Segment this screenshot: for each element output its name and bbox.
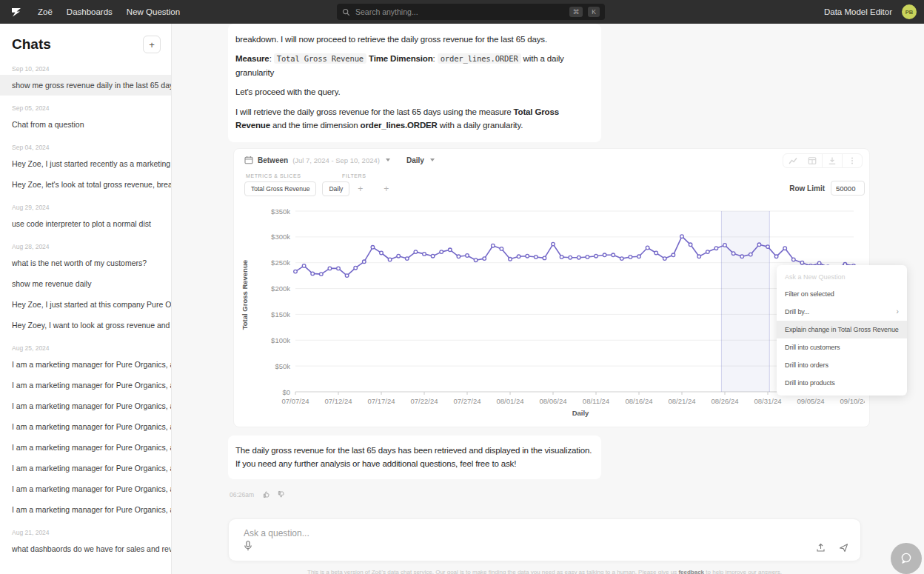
chat-history-item[interactable]: what dashbaords do we have for sales and… — [0, 538, 171, 559]
question-composer — [228, 518, 861, 561]
chart-context-menu: Ask a New QuestionFilter on selectedDril… — [777, 265, 907, 396]
ask-question-input[interactable] — [244, 526, 747, 541]
search-icon — [342, 8, 350, 16]
menu-item-filter-on-selected[interactable]: Filter on selected — [777, 285, 907, 303]
thumbs-up-icon[interactable] — [263, 490, 271, 498]
chevron-down-icon — [430, 158, 435, 161]
row-limit-control: Row Limit — [789, 181, 865, 196]
date-range-value[interactable]: (Jul 7, 2024 - Sep 10, 2024) — [292, 156, 380, 164]
new-chat-button[interactable]: + — [143, 36, 161, 53]
revenue-line-chart[interactable]: $0$50k$100k$150k$200k$250k$300k$350k07/0… — [240, 201, 865, 424]
menu-item-drill-into-orders[interactable]: Drill into orders — [777, 356, 907, 374]
table-view-icon[interactable] — [803, 156, 822, 165]
row-limit-label: Row Limit — [789, 184, 825, 193]
nav-item-dashboards[interactable]: Dashboards — [67, 7, 113, 16]
chat-history-item[interactable]: show me revenue daily — [0, 273, 171, 294]
query-pills: Total Gross Revenue Daily + + — [244, 181, 391, 196]
svg-text:08/01/24: 08/01/24 — [497, 397, 524, 405]
chat-history-item[interactable]: I am a marketing manager for Pure Organi… — [0, 499, 171, 520]
chat-history-item[interactable]: Hey Zoe, I just started recently as a ma… — [0, 153, 171, 174]
chat-history-item[interactable]: Hey Zoe, I just started at this company … — [0, 294, 171, 315]
data-model-editor-link[interactable]: Data Model Editor — [824, 7, 892, 16]
chat-history-item[interactable]: Hey Zoe, let's look at total gross reven… — [0, 174, 171, 195]
chat-history-item[interactable]: I am a marketing manager for Pure Organi… — [0, 375, 171, 396]
nav-item-new-question[interactable]: New Question — [127, 7, 180, 16]
message-meta: 06:26am — [230, 490, 286, 498]
disclaimer-text: This is a beta version of Zoë's data cha… — [307, 569, 678, 574]
shortcut-key-k: K — [588, 7, 600, 17]
chat-history-list: Sep 10, 2024show me gross revenue daily … — [0, 56, 171, 559]
add-filter-button[interactable]: + — [381, 184, 391, 194]
svg-text:08/26/24: 08/26/24 — [712, 397, 739, 405]
assistant-paragraph: I will retrieve the daily gross revenue … — [235, 105, 594, 133]
svg-text:$100k: $100k — [271, 336, 290, 344]
chevron-down-icon — [386, 158, 390, 161]
granularity-select[interactable]: Daily — [406, 156, 424, 164]
dimension-pill[interactable]: Daily — [322, 181, 349, 196]
chat-history-item[interactable]: Chat from a question — [0, 114, 171, 135]
chat-history-item[interactable]: use code interpreter to plot a normal di… — [0, 213, 171, 234]
svg-text:$150k: $150k — [271, 310, 290, 318]
svg-text:08/11/24: 08/11/24 — [583, 397, 609, 405]
chat-history-item[interactable]: I am a marketing manager for Pure Organi… — [0, 416, 171, 437]
chat-history-item[interactable]: I am a marketing manager for Pure Organi… — [0, 478, 171, 499]
global-search[interactable]: Search anything... ⌘ K — [337, 4, 605, 20]
download-icon[interactable] — [823, 156, 842, 165]
svg-text:07/12/24: 07/12/24 — [325, 397, 352, 405]
svg-text:08/16/24: 08/16/24 — [626, 397, 653, 405]
send-icon[interactable] — [839, 543, 848, 553]
svg-text:$50k: $50k — [275, 362, 290, 370]
user-avatar[interactable]: PB — [902, 4, 917, 19]
chat-history-item[interactable]: Hey Zoey, I want to look at gross revenu… — [0, 315, 171, 336]
date-range-mode[interactable]: Between — [258, 156, 288, 164]
menu-item-drill-by[interactable]: Drill by...› — [777, 303, 907, 321]
chat-date-label: Aug 25, 2024 — [0, 336, 171, 354]
message-timestamp: 06:26am — [230, 491, 254, 498]
svg-text:08/31/24: 08/31/24 — [754, 397, 782, 405]
svg-text:09/10/24: 09/10/24 — [840, 397, 865, 405]
brand-name[interactable]: Zoë — [38, 7, 53, 16]
row-limit-input[interactable] — [831, 181, 865, 196]
svg-text:$350k: $350k — [271, 207, 290, 216]
chat-history-item[interactable]: I am a marketing manager for Pure Organi… — [0, 396, 171, 416]
assistant-paragraph: Measure: Total Gross Revenue Time Dimens… — [235, 52, 594, 79]
add-metric-button[interactable]: + — [355, 184, 365, 194]
app-logo-icon[interactable] — [9, 4, 24, 19]
assistant-paragraph: breakdown. I will now proceed to retriev… — [235, 33, 594, 46]
metric-pill[interactable]: Total Gross Revenue — [244, 181, 316, 196]
microphone-icon[interactable] — [244, 541, 252, 555]
thumbs-down-icon[interactable] — [278, 490, 286, 498]
svg-text:09/05/24: 09/05/24 — [797, 397, 825, 405]
assistant-summary-card: The daily gross revenue for the last 65 … — [228, 435, 601, 479]
chat-history-item[interactable]: I am a marketing manager for Pure Organi… — [0, 354, 171, 375]
chart-view-actions — [783, 153, 863, 168]
svg-text:$250k: $250k — [271, 258, 290, 267]
menu-item-drill-into-customers[interactable]: Drill into customers — [777, 338, 907, 356]
upload-icon[interactable] — [816, 543, 826, 553]
chats-sidebar: Chats + Sep 10, 2024show me gross revenu… — [0, 24, 172, 574]
feedback-link[interactable]: feedback — [678, 569, 704, 574]
chat-history-item[interactable]: I am a marketing manager for Pure Organi… — [0, 458, 171, 478]
svg-text:08/06/24: 08/06/24 — [540, 397, 567, 405]
chat-fab-button[interactable] — [891, 543, 922, 574]
svg-text:$200k: $200k — [271, 284, 290, 293]
chat-history-item[interactable]: what is the net worth of my customers? — [0, 253, 171, 273]
chat-date-label: Aug 29, 2024 — [0, 195, 171, 213]
primary-nav: DashboardsNew Question — [67, 7, 180, 16]
sidebar-title: Chats — [12, 36, 51, 53]
top-navbar: Zoë DashboardsNew Question Search anythi… — [0, 0, 924, 24]
metrics-slices-label: METRICS & SLICES — [246, 173, 301, 178]
menu-item-drill-into-products[interactable]: Drill into products — [777, 374, 907, 392]
menu-item-explain-change-in-total-gross-revenue[interactable]: Explain change in Total Gross Revenue — [777, 321, 907, 338]
svg-text:07/17/24: 07/17/24 — [368, 397, 395, 405]
chat-date-label: Sep 10, 2024 — [0, 56, 171, 75]
beta-disclaimer: This is a beta version of Zoë's data cha… — [228, 569, 861, 574]
query-visualization-card: Between (Jul 7, 2024 - Sep 10, 2024) Dai… — [233, 148, 870, 427]
more-options-icon[interactable] — [843, 156, 862, 165]
line-chart-view-icon[interactable] — [783, 156, 803, 165]
chat-history-item[interactable]: I am a marketing manager for Pure Organi… — [0, 437, 171, 458]
svg-text:07/27/24: 07/27/24 — [454, 397, 481, 405]
shortcut-key-cmd: ⌘ — [569, 7, 583, 17]
chat-history-item[interactable]: show me gross revenue daily in the last … — [0, 75, 171, 96]
main-content: breakdown. I will now proceed to retriev… — [172, 24, 924, 574]
